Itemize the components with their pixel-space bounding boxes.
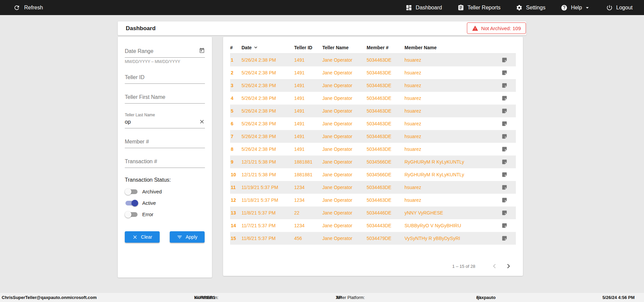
table-row[interactable]: 6 5/26/24 2:38 PM 1491 Jane Operator 503… <box>230 117 516 130</box>
refresh-icon <box>13 4 20 11</box>
cell-num: 5 <box>230 108 241 114</box>
note-icon[interactable] <box>501 159 516 165</box>
clear-button[interactable]: Clear <box>125 231 160 243</box>
column-header-num: # <box>230 45 241 50</box>
calendar-icon[interactable] <box>199 48 205 54</box>
cell-date: 5/26/24 2:38 PM <box>241 70 294 75</box>
close-icon <box>132 234 138 240</box>
transaction-number-field <box>125 157 205 168</box>
table-row[interactable]: 11 11/19/21 5:37 PM 1234 Jane Operator 5… <box>230 181 516 194</box>
cell-member-name: hsuarez <box>405 96 501 101</box>
nav-logout[interactable]: Logout <box>606 4 633 11</box>
cell-date: 11/7/21 5:37 PM <box>241 223 294 228</box>
note-icon[interactable] <box>501 223 516 229</box>
table-row[interactable]: 9 12/1/21 5:38 PM 1881881 Jane Operator … <box>230 156 516 168</box>
transaction-status-label: Transaction Status: <box>125 177 205 183</box>
cell-date: 12/1/21 5:38 PM <box>241 159 294 165</box>
nav-dashboard-label: Dashboard <box>416 5 442 11</box>
cell-num: 13 <box>230 210 241 216</box>
table-row[interactable]: 4 5/26/24 2:38 PM 1491 Jane Operator 503… <box>230 92 516 105</box>
pagination-prev-icon[interactable] <box>490 262 499 270</box>
note-icon[interactable] <box>501 235 516 241</box>
not-archived-badge[interactable]: Not Archived: 109 <box>467 22 526 34</box>
cell-teller-id: 1491 <box>294 121 322 126</box>
cell-teller-id: 1881881 <box>294 172 322 177</box>
cell-date: 11/19/21 5:37 PM <box>241 185 294 190</box>
note-icon[interactable] <box>501 197 516 203</box>
active-toggle-label: Active <box>142 200 156 206</box>
column-header-teller-name: Teller Name <box>322 45 367 50</box>
note-icon[interactable] <box>501 146 516 152</box>
teller-last-name-field: Teller Last Name <box>125 113 205 128</box>
toggle-row-active[interactable]: Active <box>125 200 205 206</box>
cell-teller-id: 1491 <box>294 146 322 152</box>
error-toggle[interactable] <box>125 212 138 217</box>
cell-teller-name: Jane Operator <box>322 210 367 216</box>
cell-member-name: RyGHURyM R KyLyKUNTLy <box>405 172 501 177</box>
cell-num: 11 <box>230 185 241 190</box>
date-range-input[interactable] <box>125 47 205 58</box>
member-number-input[interactable] <box>125 137 205 148</box>
table-row[interactable]: 13 11/8/21 5:37 PM 22 Jane Operator 5034… <box>230 206 516 219</box>
teller-reports-icon <box>458 4 464 11</box>
cell-date: 5/26/24 2:38 PM <box>241 83 294 88</box>
cell-num: 7 <box>230 134 241 139</box>
table-row[interactable]: 15 11/6/21 5:37 PM 456 Jane Operator 503… <box>230 232 516 245</box>
filter-icon <box>177 234 182 240</box>
date-range-field: MM/DD/YYYY – MM/DD/YYYY <box>125 47 205 64</box>
error-toggle-label: Error <box>142 212 153 217</box>
note-icon[interactable] <box>501 108 516 114</box>
teller-last-name-input[interactable] <box>125 118 205 128</box>
cell-num: 14 <box>230 223 241 228</box>
toggle-row-error[interactable]: Error <box>125 212 205 217</box>
table-row[interactable]: 1 5/26/24 2:38 PM 1491 Jane Operator 503… <box>230 54 516 66</box>
pagination-next-icon[interactable] <box>504 262 513 270</box>
table-row[interactable]: 3 5/26/24 2:38 PM 1491 Jane Operator 503… <box>230 79 516 92</box>
nav-help[interactable]: Help <box>561 4 591 11</box>
date-range-hint: MM/DD/YYYY – MM/DD/YYYY <box>125 59 205 64</box>
teller-first-name-input[interactable] <box>125 93 205 104</box>
toggle-row-archived[interactable]: Archived <box>125 189 205 194</box>
table-row[interactable]: 12 11/18/21 5:37 PM 1234 Jane Operator 5… <box>230 194 516 206</box>
transaction-number-input[interactable] <box>125 157 205 168</box>
table-row[interactable]: 2 5/26/24 2:38 PM 1491 Jane Operator 503… <box>230 66 516 79</box>
cell-teller-id: 456 <box>294 236 322 241</box>
refresh-label: Refresh <box>24 5 43 11</box>
column-header-date[interactable]: Date <box>241 45 294 50</box>
active-toggle[interactable] <box>125 201 138 205</box>
cell-teller-name: Jane Operator <box>322 70 367 75</box>
cell-teller-name: Jane Operator <box>322 172 367 177</box>
note-icon[interactable] <box>501 133 516 139</box>
nav-teller-reports[interactable]: Teller Reports <box>458 4 501 11</box>
note-icon[interactable] <box>501 82 516 88</box>
table-row[interactable]: 8 5/26/24 2:38 PM 1491 Jane Operator 503… <box>230 143 516 156</box>
note-icon[interactable] <box>501 121 516 127</box>
refresh-button[interactable]: Refresh <box>13 4 43 11</box>
table-row[interactable]: 14 11/7/21 5:37 PM 1234 Jane Operator 50… <box>230 219 516 232</box>
nav-help-label: Help <box>571 5 582 11</box>
teller-id-input[interactable] <box>125 73 205 84</box>
table-row[interactable]: 10 12/1/21 5:38 PM 1881881 Jane Operator… <box>230 168 516 181</box>
note-icon[interactable] <box>501 184 516 190</box>
note-icon[interactable] <box>501 70 516 76</box>
nav-dashboard[interactable]: Dashboard <box>406 4 442 11</box>
note-icon[interactable] <box>501 57 516 63</box>
archived-toggle[interactable] <box>125 189 138 194</box>
column-header-member-name: Member Name <box>405 45 501 50</box>
table-row[interactable]: 7 5/26/24 2:38 PM 1491 Jane Operator 503… <box>230 130 516 143</box>
power-icon <box>606 4 613 11</box>
note-icon[interactable] <box>501 172 516 178</box>
apply-button[interactable]: Apply <box>170 231 205 243</box>
clear-field-icon[interactable] <box>199 119 205 125</box>
note-icon[interactable] <box>501 210 516 216</box>
filter-panel: MM/DD/YYYY – MM/DD/YYYY Teller Last Name <box>118 37 212 278</box>
warning-icon <box>472 25 478 32</box>
nav-settings[interactable]: Settings <box>516 4 545 11</box>
cell-teller-name: Jane Operator <box>322 185 367 190</box>
cell-member-num: 5034463DE <box>367 146 405 152</box>
table-row[interactable]: 5 5/26/24 2:38 PM 1491 Jane Operator 503… <box>230 105 516 117</box>
cell-member-num: 5034463DE <box>367 70 405 75</box>
cell-member-name: hsuarez <box>405 134 501 139</box>
note-icon[interactable] <box>501 95 516 101</box>
column-header-member-num: Member # <box>367 45 405 50</box>
